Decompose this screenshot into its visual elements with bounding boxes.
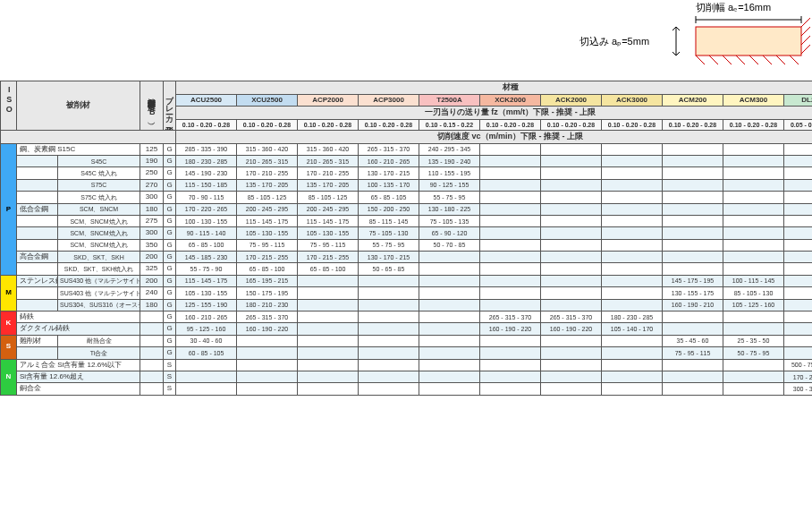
breaker-value: G — [164, 263, 176, 275]
speed-value — [602, 275, 663, 286]
material-name: SUS430 他（マルテンサイト／フェライト系） — [58, 275, 140, 286]
breaker-value: G — [164, 167, 176, 179]
grade-header: XCK2000 — [480, 94, 541, 106]
speed-value — [602, 359, 663, 371]
grade-header: ACM300 — [723, 94, 784, 106]
speed-value — [359, 383, 419, 395]
speed-value: 75 - 105 - 135 — [419, 215, 480, 226]
table-row: SCM、SNCM焼入れ275G100 - 130 - 155115 - 145 … — [1, 215, 813, 226]
speed-value — [541, 371, 602, 382]
speed-value: 100 - 135 - 170 — [359, 179, 419, 191]
svg-line-16 — [790, 55, 799, 64]
speed-value — [480, 192, 541, 203]
speed-value — [784, 239, 813, 251]
speed-value — [359, 275, 419, 286]
iso-category: M — [1, 275, 17, 311]
speed-value: 100 - 115 - 145 — [723, 275, 784, 286]
material-group — [17, 299, 58, 311]
speed-value — [541, 263, 602, 275]
speed-value — [723, 192, 784, 203]
table-row: ダクタイル鋳鉄G95 - 125 - 160160 - 190 - 220160… — [1, 323, 813, 335]
speed-value — [480, 215, 541, 226]
speed-value — [480, 275, 541, 286]
material-group — [17, 215, 58, 226]
speed-value: 50 - 70 - 85 — [419, 239, 480, 251]
speed-value: 90 - 115 - 140 — [176, 227, 237, 239]
speed-value — [298, 383, 359, 395]
speed-value: 315 - 360 - 420 — [298, 143, 359, 155]
grade-group-header: 材種 — [176, 81, 813, 95]
speed-value: 160 - 190 - 220 — [541, 323, 602, 335]
table-row: 銅合金S300 - 330 - 350 — [1, 383, 813, 395]
material-group: 難削材 — [17, 335, 58, 346]
speed-value — [602, 203, 663, 215]
speed-value: 160 - 190 - 220 — [480, 323, 541, 335]
feed-value: 0.10 - 0.20 - 0.28 — [176, 119, 237, 130]
table-row: S75C270G115 - 150 - 185135 - 170 - 20513… — [1, 179, 813, 191]
hardness-value: 190 — [140, 155, 164, 166]
breaker-header: ブレーカ形状 — [164, 81, 176, 131]
speed-value — [480, 263, 541, 275]
speed-value — [663, 192, 723, 203]
speed-value: 150 - 175 - 195 — [237, 287, 298, 299]
material-name: SKD、SKT、SKH焼入れ — [58, 263, 140, 275]
speed-value: 115 - 145 - 175 — [237, 215, 298, 226]
speed-value — [419, 263, 480, 275]
breaker-value: G — [164, 155, 176, 166]
feed-value: 0.10 - 0.20 - 0.28 — [663, 119, 723, 130]
material-group: 高合金鋼 — [17, 252, 58, 263]
hardness-value — [140, 311, 164, 323]
speed-value — [359, 359, 419, 371]
breaker-value: S — [164, 359, 176, 371]
speed-value: 180 - 210 - 230 — [237, 299, 298, 311]
table-row: S難削材耐熱合金G30 - 40 - 6035 - 45 - 6025 - 35… — [1, 335, 813, 346]
speed-header: 切削速度 vc（m/min）下限 - 推奨 - 上限 — [176, 130, 813, 143]
speed-value — [298, 287, 359, 299]
speed-value — [541, 155, 602, 166]
svg-line-13 — [749, 55, 758, 64]
hardness-value: 240 — [140, 287, 164, 299]
speed-value — [602, 335, 663, 346]
svg-line-10 — [709, 55, 718, 64]
breaker-value: G — [164, 347, 176, 359]
breaker-value: G — [164, 323, 176, 335]
material-name: 鋳鉄 — [17, 311, 140, 323]
iso-header: ISO 分類 — [1, 81, 17, 131]
grade-header: DL2000 — [784, 94, 813, 106]
grade-header: ACM200 — [663, 94, 723, 106]
breaker-value: G — [164, 215, 176, 226]
speed-value — [602, 263, 663, 275]
speed-value: 160 - 190 - 220 — [237, 323, 298, 335]
speed-value: 240 - 295 - 345 — [419, 143, 480, 155]
speed-value: 145 - 190 - 230 — [176, 167, 237, 179]
hardness-value: 200 — [140, 252, 164, 263]
speed-value — [663, 227, 723, 239]
speed-value: 130 - 155 - 175 — [663, 287, 723, 299]
speed-value — [237, 371, 298, 382]
speed-value — [663, 323, 723, 335]
speed-value — [723, 167, 784, 179]
speed-value — [602, 155, 663, 166]
speed-value — [541, 383, 602, 395]
speed-value — [480, 167, 541, 179]
speed-value: 130 - 170 - 215 — [359, 252, 419, 263]
speed-value — [176, 371, 237, 382]
speed-value: 135 - 170 - 205 — [237, 179, 298, 191]
hardness-value — [140, 359, 164, 371]
speed-value: 165 - 195 - 215 — [237, 275, 298, 286]
speed-value: 145 - 175 - 195 — [663, 275, 723, 286]
speed-value: 265 - 315 - 370 — [541, 311, 602, 323]
material-group — [17, 347, 58, 359]
breaker-value: G — [164, 227, 176, 239]
svg-line-6 — [801, 27, 810, 36]
speed-value — [784, 287, 813, 299]
hardness-header: 被削材硬度（HB） — [140, 81, 164, 131]
speed-value — [663, 203, 723, 215]
speed-value: 105 - 140 - 170 — [602, 323, 663, 335]
iso-category: S — [1, 335, 17, 359]
breaker-value: G — [164, 275, 176, 286]
speed-value — [784, 335, 813, 346]
speed-value — [541, 192, 602, 203]
speed-value — [784, 179, 813, 191]
svg-line-5 — [801, 18, 810, 27]
